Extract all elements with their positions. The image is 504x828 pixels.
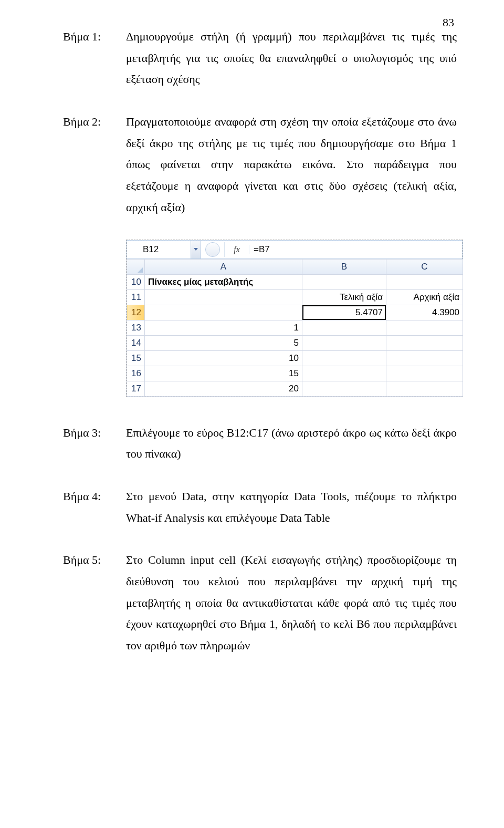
cell-B12[interactable]: 5.4707 (302, 305, 386, 320)
step-3-label: Βήμα 3: (63, 422, 126, 465)
cell-A16[interactable]: 15 (145, 366, 302, 381)
row-header[interactable]: 16 (127, 366, 145, 381)
page-number: 83 (443, 16, 454, 29)
col-header-B[interactable]: B (302, 259, 386, 274)
step-2-text: Πραγματοποιούμε αναφορά στη σχέση την οπ… (126, 111, 457, 218)
name-box[interactable]: B12 (127, 240, 201, 259)
cell-A12[interactable] (145, 305, 302, 320)
step-5: Βήμα 5: Στο Column input cell (Κελί εισα… (63, 550, 457, 656)
cell-C11[interactable]: Αρχική αξία (386, 289, 463, 305)
col-header-A[interactable]: A (145, 259, 302, 274)
step-3-text: Επιλέγουμε το εύρος B12:C17 (άνω αριστερ… (126, 422, 457, 465)
svg-marker-0 (194, 248, 198, 251)
cell-C17[interactable] (386, 381, 463, 396)
cell-B11[interactable]: Τελική αξία (302, 289, 386, 305)
step-5-label: Βήμα 5: (63, 550, 126, 656)
step-4: Βήμα 4: Στο μενού Data, στην κατηγορία D… (63, 486, 457, 529)
cell-A11[interactable] (145, 289, 302, 305)
step-3: Βήμα 3: Επιλέγουμε το εύρος B12:C17 (άνω… (63, 422, 457, 465)
cell-B14[interactable] (302, 335, 386, 350)
cell-A14[interactable]: 5 (145, 335, 302, 350)
row-header[interactable]: 12 (127, 305, 145, 320)
cell-A15[interactable]: 10 (145, 350, 302, 366)
cell-C12[interactable]: 4.3900 (386, 305, 463, 320)
cell-B17[interactable] (302, 381, 386, 396)
cell-A13[interactable]: 1 (145, 320, 302, 335)
row-header[interactable]: 17 (127, 381, 145, 396)
svg-marker-1 (138, 267, 143, 273)
cell-A17[interactable]: 20 (145, 381, 302, 396)
cell-C10[interactable] (386, 274, 463, 289)
row-header[interactable]: 15 (127, 350, 145, 366)
cancel-enter-area (201, 242, 225, 257)
row-header[interactable]: 11 (127, 289, 145, 305)
step-4-text: Στο μενού Data, στην κατηγορία Data Tool… (126, 486, 457, 529)
cell-C15[interactable] (386, 350, 463, 366)
row-header[interactable]: 14 (127, 335, 145, 350)
fx-icon[interactable]: fx (225, 245, 249, 254)
cell-B15[interactable] (302, 350, 386, 366)
name-box-value: B12 (127, 244, 159, 255)
step-1: Βήμα 1: Δημιουργούμε στήλη (ή γραμμή) πο… (63, 26, 457, 90)
formula-bar[interactable]: =B7 (249, 244, 270, 255)
cell-C13[interactable] (386, 320, 463, 335)
row-header[interactable]: 13 (127, 320, 145, 335)
select-all-corner[interactable] (127, 259, 145, 274)
col-header-C[interactable]: C (386, 259, 463, 274)
step-1-text: Δημιουργούμε στήλη (ή γραμμή) που περιλα… (126, 26, 457, 90)
cell-B13[interactable] (302, 320, 386, 335)
cell-C16[interactable] (386, 366, 463, 381)
step-2: Βήμα 2: Πραγματοποιούμε αναφορά στη σχέσ… (63, 111, 457, 218)
chevron-down-icon[interactable] (191, 241, 201, 258)
cell-B10[interactable] (302, 274, 386, 289)
step-5-text: Στο Column input cell (Κελί εισαγωγής στ… (126, 550, 457, 656)
cell-B16[interactable] (302, 366, 386, 381)
cell-A10[interactable]: Πίνακες μίας μεταβλητής (145, 274, 302, 289)
row-header[interactable]: 10 (127, 274, 145, 289)
step-4-label: Βήμα 4: (63, 486, 126, 529)
excel-screenshot: B12 fx =B7 A (126, 240, 463, 397)
step-1-label: Βήμα 1: (63, 26, 126, 90)
cell-C14[interactable] (386, 335, 463, 350)
spreadsheet-grid[interactable]: A B C 10 Πίνακες μίας μεταβλητής 11 Τελι… (127, 259, 463, 397)
step-2-label: Βήμα 2: (63, 111, 126, 218)
